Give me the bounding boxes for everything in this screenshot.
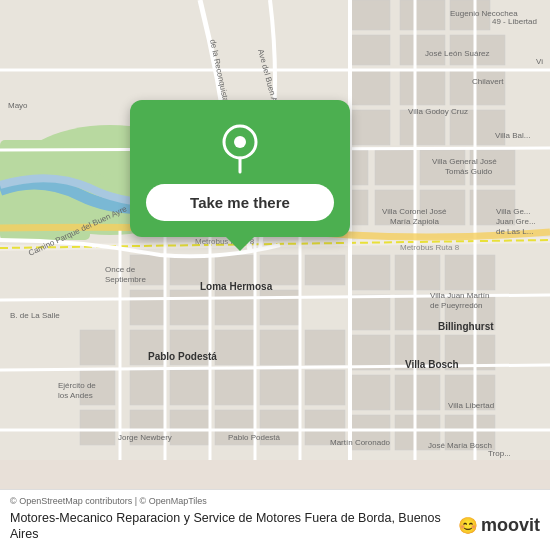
svg-rect-50 xyxy=(130,370,165,405)
svg-rect-48 xyxy=(80,330,115,365)
svg-rect-5 xyxy=(350,0,390,30)
take-me-there-button[interactable]: Take me there xyxy=(146,184,334,221)
svg-rect-53 xyxy=(260,370,300,405)
svg-text:Billinghurst: Billinghurst xyxy=(438,321,494,332)
svg-text:Villa Coronel José: Villa Coronel José xyxy=(382,207,447,216)
svg-rect-58 xyxy=(80,410,115,445)
svg-rect-12 xyxy=(400,70,445,105)
svg-text:Villa Bosch: Villa Bosch xyxy=(405,359,459,370)
moovit-text: moovit xyxy=(481,515,540,536)
svg-text:Chilavert: Chilavert xyxy=(472,77,504,86)
svg-rect-55 xyxy=(350,375,390,410)
svg-rect-44 xyxy=(305,330,345,365)
svg-text:Vi: Vi xyxy=(536,57,543,66)
location-pin-icon xyxy=(215,124,265,174)
svg-rect-35 xyxy=(395,255,440,290)
svg-rect-51 xyxy=(170,370,210,405)
svg-rect-31 xyxy=(170,290,210,325)
svg-rect-8 xyxy=(350,35,390,65)
svg-text:Mayo: Mayo xyxy=(8,101,28,110)
location-info: Motores-Mecanico Reparacion y Service de… xyxy=(10,510,540,543)
moovit-emoji: 😊 xyxy=(458,516,478,535)
svg-text:B. de La Salle: B. de La Salle xyxy=(10,311,60,320)
svg-text:de Las L...: de Las L... xyxy=(496,227,533,236)
map-container: Eugenio Necochea José León Suárez Chilav… xyxy=(0,0,550,460)
svg-rect-36 xyxy=(445,255,495,290)
svg-rect-11 xyxy=(350,70,390,105)
svg-text:Pablo Podestá: Pablo Podestá xyxy=(148,351,217,362)
svg-text:Septiembre: Septiembre xyxy=(105,275,146,284)
svg-rect-45 xyxy=(350,335,390,370)
svg-text:José León Suárez: José León Suárez xyxy=(425,49,490,58)
svg-rect-37 xyxy=(350,295,390,330)
svg-rect-6 xyxy=(400,0,445,30)
svg-text:Martín Coronado: Martín Coronado xyxy=(330,438,391,447)
svg-rect-33 xyxy=(260,290,300,325)
svg-text:Villa General José: Villa General José xyxy=(432,157,497,166)
bottom-bar: © OpenStreetMap contributors | © OpenMap… xyxy=(0,489,550,551)
svg-rect-14 xyxy=(350,110,390,145)
svg-text:Villa Libertad: Villa Libertad xyxy=(448,401,494,410)
svg-rect-34 xyxy=(350,255,390,290)
map-attribution: © OpenStreetMap contributors | © OpenMap… xyxy=(10,496,540,506)
svg-text:Metrobus Ruta 8: Metrobus Ruta 8 xyxy=(400,243,460,252)
moovit-logo: 😊 moovit xyxy=(458,515,540,536)
svg-text:Villa Bal...: Villa Bal... xyxy=(495,131,530,140)
svg-text:de Pueyrredón: de Pueyrredón xyxy=(430,301,482,310)
svg-text:Pablo Podestá: Pablo Podestá xyxy=(228,433,281,442)
svg-rect-32 xyxy=(215,290,255,325)
svg-text:Trop...: Trop... xyxy=(488,449,511,458)
svg-text:Ejército de: Ejército de xyxy=(58,381,96,390)
location-name: Motores-Mecanico Reparacion y Service de… xyxy=(10,510,450,543)
svg-text:María Zapiola: María Zapiola xyxy=(390,217,439,226)
location-popup: Take me there xyxy=(130,100,350,237)
svg-text:José María Bosch: José María Bosch xyxy=(428,441,492,450)
svg-rect-18 xyxy=(375,150,415,185)
svg-rect-60 xyxy=(170,410,210,445)
svg-rect-54 xyxy=(305,370,345,405)
svg-text:Loma Hermosa: Loma Hermosa xyxy=(200,281,273,292)
svg-rect-43 xyxy=(260,330,300,365)
svg-text:49 - Libertad: 49 - Libertad xyxy=(492,17,537,26)
svg-text:Tomás Guido: Tomás Guido xyxy=(445,167,493,176)
svg-text:Villa Juan Martín: Villa Juan Martín xyxy=(430,291,489,300)
svg-rect-52 xyxy=(215,370,255,405)
svg-text:los Andes: los Andes xyxy=(58,391,93,400)
svg-rect-30 xyxy=(130,290,165,325)
svg-rect-13 xyxy=(450,70,505,105)
svg-rect-42 xyxy=(215,330,255,365)
svg-text:Villa Ge...: Villa Ge... xyxy=(496,207,531,216)
svg-rect-56 xyxy=(395,375,440,410)
svg-text:Jorge Newbery: Jorge Newbery xyxy=(118,433,172,442)
svg-point-121 xyxy=(234,136,246,148)
svg-text:Once de: Once de xyxy=(105,265,136,274)
svg-text:Villa Godoy Cruz: Villa Godoy Cruz xyxy=(408,107,468,116)
svg-text:Juan Gre...: Juan Gre... xyxy=(496,217,536,226)
svg-rect-29 xyxy=(305,255,345,285)
